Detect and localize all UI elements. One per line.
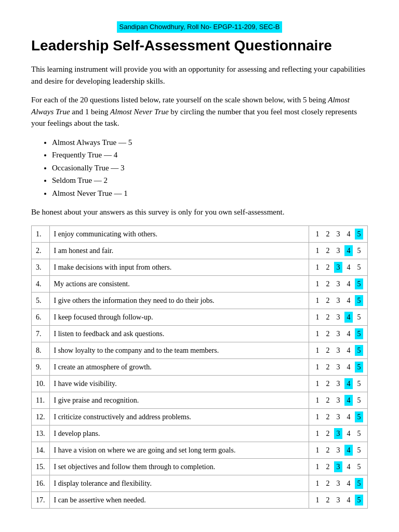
question-number: 17.: [32, 491, 50, 508]
score-value: 5: [355, 312, 363, 323]
question-text: I display tolerance and flexibility.: [49, 475, 309, 491]
question-text: I keep focused through follow-up.: [49, 309, 309, 325]
score-cell: 12345: [309, 225, 368, 242]
question-number: 5.: [32, 292, 50, 309]
table-row: 3.I make decisions with input from other…: [32, 259, 368, 275]
score-highlighted: 4: [344, 312, 353, 323]
score-value: 1: [313, 362, 322, 373]
table-row: 10.I have wide visibility.12345: [32, 375, 368, 392]
question-number: 11.: [32, 392, 50, 408]
score-highlighted: 5: [355, 495, 363, 506]
table-row: 2.I am honest and fair.12345: [32, 242, 368, 259]
scale-item: Almost Always True — 5: [52, 137, 368, 149]
score-value: 4: [344, 278, 353, 289]
score-highlighted: 5: [355, 278, 363, 289]
intro-para2: For each of the 20 questions listed belo…: [31, 94, 368, 129]
score-value: 2: [324, 395, 332, 406]
score-highlighted: 3: [334, 461, 342, 472]
question-number: 4.: [32, 275, 50, 292]
question-number: 15.: [32, 458, 50, 475]
table-row: 11.I give praise and recognition.12345: [32, 392, 368, 408]
table-row: 1.I enjoy communicating with others.1234…: [32, 225, 368, 242]
score-cell: 12345: [309, 242, 368, 259]
score-value: 4: [344, 495, 353, 506]
question-text: My actions are consistent.: [49, 275, 309, 292]
score-value: 2: [324, 428, 332, 439]
score-value: 5: [355, 395, 363, 406]
score-value: 4: [344, 295, 353, 306]
table-row: 8.I show loyalty to the company and to t…: [32, 342, 368, 358]
score-highlighted: 3: [334, 262, 342, 273]
score-highlighted: 5: [355, 362, 363, 373]
question-number: 2.: [32, 242, 50, 259]
score-cell: 12345: [309, 259, 368, 275]
score-value: 1: [313, 428, 322, 439]
score-value: 2: [324, 295, 332, 306]
intro-para1: This learning instrument will provide yo…: [31, 63, 368, 87]
score-value: 2: [324, 328, 332, 339]
score-value: 1: [313, 495, 322, 506]
table-row: 9.I create an atmosphere of growth.12345: [32, 358, 368, 375]
table-row: 12.I criticize constructively and addres…: [32, 408, 368, 425]
score-cell: 12345: [309, 292, 368, 309]
score-cell: 12345: [309, 358, 368, 375]
score-value: 5: [355, 428, 363, 439]
score-value: 2: [324, 445, 332, 456]
score-value: 2: [324, 495, 332, 506]
question-number: 7.: [32, 325, 50, 342]
score-highlighted: 5: [355, 295, 363, 306]
question-text: I set objectives and follow them through…: [49, 458, 309, 475]
table-row: 17.I can be assertive when needed.12345: [32, 491, 368, 508]
score-cell: 12345: [309, 442, 368, 458]
score-value: 1: [313, 262, 322, 273]
score-value: 5: [355, 245, 363, 256]
score-value: 2: [324, 229, 332, 240]
score-value: 5: [355, 461, 363, 472]
question-text: I give praise and recognition.: [49, 392, 309, 408]
questions-table: 1.I enjoy communicating with others.1234…: [31, 225, 368, 509]
honest-note: Be honest about your answers as this sur…: [31, 206, 368, 218]
scale-list: Almost Always True — 5Frequently True — …: [31, 137, 368, 200]
question-text: I criticize constructively and address p…: [49, 408, 309, 425]
question-text: I listen to feedback and ask questions.: [49, 325, 309, 342]
score-value: 4: [344, 229, 353, 240]
intro-section: This learning instrument will provide yo…: [31, 63, 368, 218]
score-value: 3: [334, 378, 342, 389]
score-value: 1: [313, 411, 322, 422]
score-value: 2: [324, 411, 332, 422]
score-value: 2: [324, 278, 332, 289]
score-value: 3: [334, 295, 342, 306]
question-text: I have wide visibility.: [49, 375, 309, 392]
score-value: 5: [355, 378, 363, 389]
score-value: 3: [334, 245, 342, 256]
score-value: 3: [334, 229, 342, 240]
table-row: 6.I keep focused through follow-up.12345: [32, 309, 368, 325]
question-number: 12.: [32, 408, 50, 425]
score-highlighted: 4: [344, 395, 353, 406]
score-value: 2: [324, 378, 332, 389]
score-value: 3: [334, 411, 342, 422]
score-highlighted: 4: [344, 445, 353, 456]
question-text: I give others the information they need …: [49, 292, 309, 309]
score-cell: 12345: [309, 491, 368, 508]
score-value: 3: [334, 345, 342, 356]
scale-item: Almost Never True — 1: [52, 188, 368, 200]
score-value: 3: [334, 495, 342, 506]
score-value: 1: [313, 328, 322, 339]
table-row: 7.I listen to feedback and ask questions…: [32, 325, 368, 342]
score-highlighted: 4: [344, 245, 353, 256]
table-row: 14.I have a vision on where we are going…: [32, 442, 368, 458]
score-highlighted: 5: [355, 229, 363, 240]
score-highlighted: 4: [344, 378, 353, 389]
score-cell: 12345: [309, 325, 368, 342]
score-value: 2: [324, 478, 332, 489]
question-number: 10.: [32, 375, 50, 392]
question-text: I show loyalty to the company and to the…: [49, 342, 309, 358]
question-text: I am honest and fair.: [49, 242, 309, 259]
score-value: 5: [355, 445, 363, 456]
table-row: 16.I display tolerance and flexibility.1…: [32, 475, 368, 491]
score-value: 3: [334, 478, 342, 489]
author-name: Sandipan Chowdhury, Roll No- EPGP-11-209…: [117, 21, 282, 33]
question-text: I enjoy communicating with others.: [49, 225, 309, 242]
score-highlighted: 5: [355, 328, 363, 339]
